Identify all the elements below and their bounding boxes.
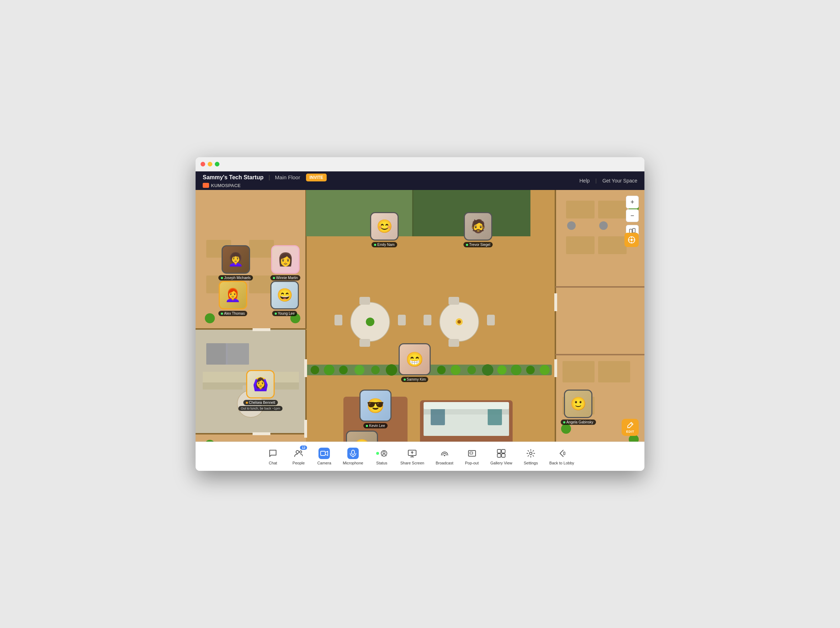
svg-rect-18 [555,190,556,441]
toolbar-settings[interactable]: Settings [519,445,542,468]
gallery-view-icon [496,448,507,459]
edit-button[interactable]: EDIT [622,419,639,436]
main-area: + − [196,190,644,441]
svg-rect-33 [487,315,495,326]
share-screen-label: Share Screen [400,461,424,465]
svg-rect-3 [196,328,306,330]
svg-point-101 [630,239,633,241]
svg-rect-59 [243,418,252,424]
zoom-in-button[interactable]: + [626,196,639,209]
close-icon[interactable] [201,162,205,166]
svg-point-64 [324,365,335,375]
svg-point-121 [530,452,532,455]
svg-rect-46 [566,201,595,218]
svg-rect-53 [598,361,630,383]
status-dot [221,277,223,279]
settings-icon [525,448,537,459]
avatar-jeremy-mariano[interactable]: 😮 Jeremy Mariano [345,430,379,441]
avatar-chelsea-bennett[interactable]: 🙆‍♀️ Chelsea Bennett Out to lunch, be ba… [238,370,283,411]
svg-point-66 [354,365,365,375]
microphone-icon [347,448,359,459]
avatar-label-joseph: Joseph Michaels [218,275,253,280]
svg-rect-56 [555,354,644,355]
avatar-status-chelsea: Out to lunch, be back ~1pm [238,406,283,411]
svg-rect-45 [423,402,509,409]
status-dot [246,402,248,404]
svg-point-109 [383,452,385,454]
avatar-angela-gabinsky[interactable]: 🙂 Angela Gabinsky [561,389,596,425]
toolbar-gallery-view[interactable]: Gallery View [486,445,517,468]
toolbar-microphone[interactable]: Microphone [338,445,367,468]
toolbar-popout[interactable]: Pop-out [461,445,483,468]
avatar-winnie-martin[interactable]: 👩 Winnie Martin [270,245,300,280]
avatar-label-kevin: Kevin Lee [363,423,387,429]
svg-rect-87 [304,420,307,438]
svg-point-74 [482,364,493,376]
toolbar-people[interactable]: People 12 [287,445,310,468]
fullscreen-icon[interactable] [215,162,219,166]
svg-point-51 [599,221,608,230]
floor-name: Main Floor [275,174,300,180]
svg-rect-55 [555,286,644,288]
avatar-label-young: Young Lee [272,311,297,316]
svg-point-77 [526,366,535,374]
toolbar-camera[interactable]: Camera [313,445,336,468]
navigate-button[interactable] [624,233,639,247]
svg-point-76 [511,365,521,375]
edit-label: EDIT [626,430,635,433]
avatar-young-lee[interactable]: 😄 Young Lee [270,281,299,316]
help-link[interactable]: Help [579,178,590,183]
status-label: Status [376,461,387,465]
settings-label: Settings [524,461,538,465]
avatar-label-sammy: Sammy Kim [401,377,429,382]
zoom-out-button[interactable]: − [626,209,639,222]
share-screen-icon [406,448,418,459]
avatar-sammy-kim[interactable]: 😁 Sammy Kim [399,343,431,382]
status-dot [275,313,277,315]
popout-icon [466,448,478,459]
toolbar-share-screen[interactable]: Share Screen [396,445,429,468]
svg-rect-90 [253,432,270,435]
title-bar [196,157,644,171]
svg-point-75 [497,365,507,375]
back-lobby-label: Back to Lobby [549,461,574,465]
avatar-trevor-siegel[interactable]: 🧔 Trevor Siegel [463,212,493,247]
get-space-link[interactable]: Get Your Space [602,178,637,183]
svg-point-65 [339,366,348,374]
svg-rect-47 [598,201,627,218]
svg-rect-48 [566,236,595,254]
svg-rect-118 [502,449,505,453]
svg-rect-15 [412,190,414,236]
svg-rect-106 [352,450,354,454]
toolbar-broadcast[interactable]: Broadcast [431,445,458,468]
minimize-icon[interactable] [208,162,212,166]
svg-point-63 [311,366,319,374]
invite-button[interactable]: INVITE [306,174,327,182]
zoom-controls: + − [626,196,639,238]
traffic-lights [201,162,219,166]
broadcast-label: Broadcast [436,461,453,465]
top-bar-left: Sammy's Tech Startup | Main Floor INVITE… [203,174,327,188]
toolbar-chat[interactable]: Chat [262,445,284,468]
status-dot [466,244,468,246]
avatar-alex-thomas[interactable]: 👩‍🦰 Alex Thomas [218,281,247,316]
avatar-emily-nam[interactable]: 😊 Emily Nam [370,212,399,247]
svg-rect-60 [227,397,233,407]
svg-point-71 [437,366,446,374]
toolbar-status[interactable]: Status [371,445,393,468]
avatar-label-chelsea: Chelsea Bennett [243,400,278,405]
svg-point-78 [540,365,549,375]
toolbar-back-lobby[interactable]: Back to Lobby [545,445,578,468]
svg-rect-105 [321,451,325,456]
popout-label: Pop-out [465,461,479,465]
avatar-joseph-michaels[interactable]: 👩‍🦱 Joseph Michaels [218,245,253,280]
svg-point-73 [467,366,476,374]
svg-rect-122 [564,452,565,455]
avatar-kevin-lee[interactable]: 😎 Kevin Lee [360,389,392,429]
status-dot [273,277,275,279]
svg-rect-93 [633,228,635,233]
svg-point-67 [371,366,380,374]
top-bar-right: Help | Get Your Space [579,178,637,183]
svg-rect-12 [196,433,306,435]
status-dot [366,425,368,427]
